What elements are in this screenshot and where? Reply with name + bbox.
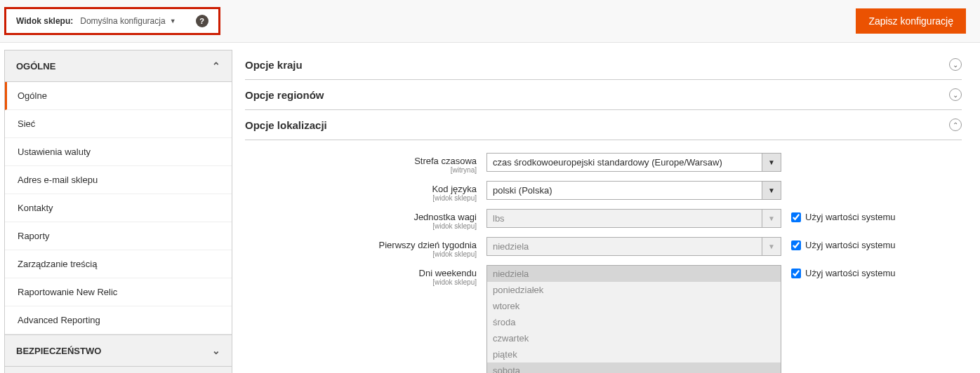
select-first-day: niedziela: [486, 237, 762, 256]
option-tuesday: wtorek: [487, 298, 781, 314]
sidebar-section-security: BEZPIECZEŃSTWO ⌄: [4, 334, 232, 367]
config-sidebar: OGÓLNE ⌃ Ogólne Sieć Ustawienia waluty A…: [4, 50, 232, 373]
field-weight-unit: lbs ▼: [486, 209, 781, 228]
option-saturday: sobota: [487, 362, 781, 373]
accordion-title: Opcje kraju: [245, 59, 303, 71]
scope-label: Widok sklepu:: [16, 16, 73, 26]
option-monday: poniedziałek: [487, 282, 781, 298]
sidebar-section-general: OGÓLNE ⌃ Ogólne Sieć Ustawienia waluty A…: [4, 50, 232, 335]
select-locale[interactable]: polski (Polska): [486, 181, 762, 200]
save-config-button[interactable]: Zapisz konfigurację: [856, 8, 966, 34]
topbar: Widok sklepu: Domyślna konfiguracja ▼ ? …: [0, 0, 980, 43]
accordion-locale-options[interactable]: Opcje lokalizacji ⌃: [245, 110, 962, 140]
multiselect-weekend-days: niedziela poniedziałek wtorek środa czwa…: [486, 265, 781, 373]
sidebar-section-title: OGÓLNE: [16, 61, 55, 72]
use-default-checkbox[interactable]: [791, 269, 801, 278]
sidebar-item-currency[interactable]: Ustawienia waluty: [5, 138, 232, 166]
sidebar-section-head-general[interactable]: OGÓLNE ⌃: [5, 50, 232, 82]
use-default-checkbox[interactable]: [791, 240, 801, 250]
field-label-weight-unit: Jednostka wagi [widok sklepu]: [245, 209, 477, 230]
option-friday: piątek: [487, 346, 781, 362]
field-weekend-days: niedziela poniedziałek wtorek środa czwa…: [486, 265, 781, 373]
option-thursday: czwartek: [487, 330, 781, 346]
sidebar-section-head-security[interactable]: BEZPIECZEŃSTWO ⌄: [5, 335, 232, 366]
dropdown-toggle-icon[interactable]: ▼: [762, 181, 781, 200]
sidebar-item-contacts[interactable]: Kontakty: [5, 194, 232, 222]
help-icon[interactable]: ?: [196, 15, 208, 27]
use-default-weight-unit[interactable]: Użyj wartości systemu: [791, 209, 962, 222]
dropdown-toggle-icon: ▼: [762, 209, 781, 228]
accordion-country-options[interactable]: Opcje kraju ⌄: [245, 50, 962, 80]
field-locale: polski (Polska) ▼: [486, 181, 781, 200]
field-label-timezone: Strefa czasowa [witryna]: [245, 153, 477, 174]
select-weight-unit: lbs: [486, 209, 762, 228]
use-default-first-day[interactable]: Użyj wartości systemu: [791, 237, 962, 250]
sidebar-section-catalog: KATALOG ⌄: [4, 366, 232, 373]
sidebar-item-store-email[interactable]: Adres e-mail sklepu: [5, 166, 232, 194]
scope-select[interactable]: Domyślna konfiguracja ▼: [80, 16, 176, 26]
sidebar-section-head-catalog[interactable]: KATALOG ⌄: [5, 367, 232, 373]
sidebar-item-web[interactable]: Sieć: [5, 110, 232, 138]
option-wednesday: środa: [487, 314, 781, 330]
select-timezone[interactable]: czas środkowoeuropejski standardowy (Eur…: [486, 153, 762, 172]
scope-value: Domyślna konfiguracja: [80, 16, 165, 26]
expand-icon: ⌄: [949, 88, 962, 101]
dropdown-toggle-icon: ▼: [762, 237, 781, 256]
scope-switcher: Widok sklepu: Domyślna konfiguracja ▼ ?: [4, 7, 220, 35]
field-timezone: czas środkowoeuropejski standardowy (Eur…: [486, 153, 781, 172]
accordion-region-options[interactable]: Opcje regionów ⌄: [245, 80, 962, 110]
field-first-day: niedziela ▼: [486, 237, 781, 256]
sidebar-section-title: BEZPIECZEŃSTWO: [16, 346, 101, 356]
field-label-weekend-days: Dni weekendu [widok sklepu]: [245, 265, 477, 286]
sidebar-item-reports[interactable]: Raporty: [5, 222, 232, 250]
dropdown-toggle-icon[interactable]: ▼: [762, 153, 781, 172]
option-sunday: niedziela: [487, 266, 781, 282]
use-default-checkbox[interactable]: [791, 212, 801, 222]
chevron-up-icon: ⌃: [212, 60, 220, 72]
field-label-locale: Kod języka [widok sklepu]: [245, 181, 477, 202]
sidebar-item-general[interactable]: Ogólne: [5, 82, 232, 110]
use-default-weekend-days[interactable]: Użyj wartości systemu: [791, 265, 962, 278]
caret-down-icon: ▼: [170, 18, 176, 25]
accordion-title: Opcje lokalizacji: [245, 119, 327, 131]
sidebar-item-newrelic[interactable]: Raportowanie New Relic: [5, 278, 232, 306]
collapse-icon: ⌃: [949, 118, 962, 131]
accordion-title: Opcje regionów: [245, 89, 324, 101]
expand-icon: ⌄: [949, 58, 962, 71]
sidebar-item-content-mgmt[interactable]: Zarządzanie treścią: [5, 250, 232, 278]
sidebar-item-advanced-reporting[interactable]: Advanced Reporting: [5, 306, 232, 334]
locale-options-fields: Strefa czasowa [witryna] czas środkowoeu…: [245, 140, 962, 373]
chevron-down-icon: ⌄: [212, 345, 220, 356]
field-label-first-day: Pierwszy dzień tygodnia [widok sklepu]: [245, 237, 477, 258]
config-main: Opcje kraju ⌄ Opcje regionów ⌄ Opcje lok…: [245, 50, 976, 373]
